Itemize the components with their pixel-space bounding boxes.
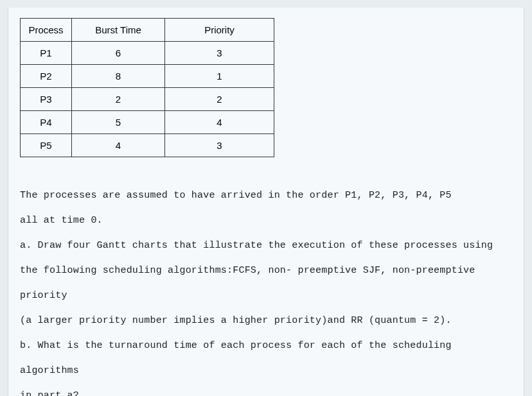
cell-burst: 6 [72,42,165,65]
cell-priority: 4 [165,111,274,134]
cell-priority: 3 [165,42,274,65]
process-table: Process Burst Time Priority P1 6 3 P2 8 … [20,18,274,157]
text-line: the following scheduling algorithms:FCFS… [20,258,512,308]
cell-burst: 8 [72,65,165,88]
table-row: P1 6 3 [21,42,274,65]
text-line: a. Draw four Gantt charts that illustrat… [20,233,512,258]
cell-priority: 3 [165,134,274,157]
cell-burst: 2 [72,88,165,111]
cell-process: P1 [21,42,72,65]
table-header-row: Process Burst Time Priority [21,19,274,42]
document-card: Process Burst Time Priority P1 6 3 P2 8 … [8,8,524,396]
text-line: in part a? [20,383,512,396]
cell-priority: 2 [165,88,274,111]
cell-process: P5 [21,134,72,157]
cell-process: P2 [21,65,72,88]
header-burst-time: Burst Time [72,19,165,42]
table-row: P3 2 2 [21,88,274,111]
cell-process: P4 [21,111,72,134]
text-line: b. What is the turnaround time of each p… [20,333,512,383]
cell-process: P3 [21,88,72,111]
cell-priority: 1 [165,65,274,88]
header-priority: Priority [165,19,274,42]
table-row: P2 8 1 [21,65,274,88]
question-body: The processes are assumed to have arrive… [20,183,512,396]
cell-burst: 4 [72,134,165,157]
header-process: Process [21,19,72,42]
text-line: all at time 0. [20,208,512,233]
text-line: The processes are assumed to have arrive… [20,183,512,208]
text-line: (a larger priority number implies a high… [20,308,512,333]
table-row: P4 5 4 [21,111,274,134]
table-row: P5 4 3 [21,134,274,157]
cell-burst: 5 [72,111,165,134]
